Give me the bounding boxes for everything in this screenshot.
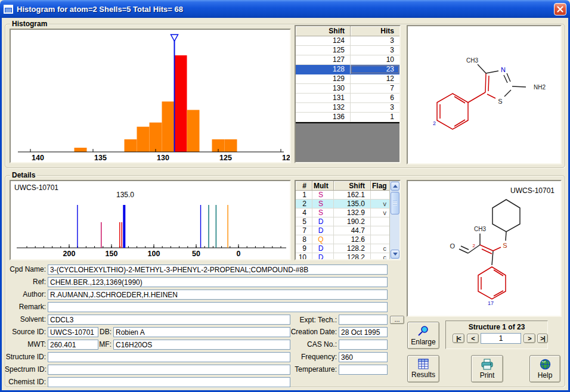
table-row[interactable]: 2S135.0v bbox=[296, 200, 390, 209]
structure-id-field[interactable] bbox=[48, 352, 290, 362]
ref-field[interactable] bbox=[48, 277, 388, 287]
shift-hits-table[interactable]: Shift Hits 12431253127101282312912130713… bbox=[295, 25, 401, 163]
shift-cell[interactable]: 128 bbox=[296, 65, 351, 74]
table-row[interactable]: 10D128.2c bbox=[296, 253, 390, 260]
mult-cell[interactable]: D bbox=[312, 217, 334, 226]
spectrum-id-field[interactable] bbox=[48, 365, 290, 375]
flag-cell[interactable] bbox=[371, 191, 390, 199]
cpd-name-field[interactable] bbox=[48, 265, 388, 275]
num-cell[interactable]: 10 bbox=[296, 253, 312, 260]
mwt-field[interactable] bbox=[48, 340, 98, 350]
mult-cell[interactable]: S bbox=[312, 209, 334, 217]
creation-date-field[interactable] bbox=[339, 327, 388, 337]
table-row[interactable]: 1307 bbox=[296, 84, 399, 94]
shift-cell[interactable]: 131 bbox=[296, 94, 351, 102]
table-row[interactable]: 1253 bbox=[296, 46, 399, 55]
num-cell[interactable]: 9 bbox=[296, 244, 312, 253]
table-row[interactable]: 4S132.9v bbox=[296, 209, 390, 217]
table-row[interactable]: 12912 bbox=[296, 74, 399, 84]
shift-cell[interactable]: 136 bbox=[296, 113, 351, 122]
print-button[interactable]: Print bbox=[471, 355, 503, 382]
source-id-field[interactable] bbox=[48, 327, 98, 337]
scroll-thumb[interactable] bbox=[391, 192, 399, 214]
frequency-field[interactable] bbox=[339, 352, 388, 362]
spectrum-chart[interactable]: 200150100500 bbox=[11, 181, 290, 259]
temperature-field[interactable] bbox=[339, 365, 388, 375]
shift-cell[interactable]: 44.7 bbox=[334, 226, 371, 235]
prev-structure-button[interactable]: < bbox=[467, 334, 479, 343]
scroll-down-button[interactable] bbox=[391, 250, 399, 259]
shift-cell[interactable]: 132.9 bbox=[334, 209, 371, 217]
hits-cell[interactable]: 10 bbox=[351, 55, 399, 64]
expt-tech-field[interactable] bbox=[339, 315, 388, 325]
flag-cell[interactable] bbox=[371, 226, 390, 235]
column-header-num[interactable]: # bbox=[296, 181, 312, 190]
column-header-shift[interactable]: Shift bbox=[334, 181, 371, 190]
shift-cell[interactable]: 162.1 bbox=[334, 191, 371, 199]
table-row[interactable]: 9D128.2c bbox=[296, 244, 390, 253]
browse-button[interactable]: ... bbox=[390, 316, 404, 324]
scroll-up-button[interactable] bbox=[391, 182, 399, 191]
num-cell[interactable]: 5 bbox=[296, 217, 312, 226]
help-button[interactable]: Help bbox=[529, 355, 560, 382]
shift-cell[interactable]: 124 bbox=[296, 36, 351, 45]
next-structure-button[interactable]: > bbox=[523, 334, 535, 343]
mult-cell[interactable]: D bbox=[312, 244, 334, 253]
num-cell[interactable]: 1 bbox=[296, 191, 312, 199]
table-row[interactable]: 8Q12.6 bbox=[296, 235, 390, 244]
table-row[interactable]: 5D190.2 bbox=[296, 217, 390, 226]
table-row[interactable]: 7D44.7 bbox=[296, 226, 390, 235]
structure-number-field[interactable] bbox=[481, 333, 521, 344]
shift-cell[interactable]: 125 bbox=[296, 46, 351, 55]
solvent-field[interactable] bbox=[48, 315, 290, 325]
mf-field[interactable] bbox=[113, 340, 290, 350]
scrollbar[interactable] bbox=[389, 181, 399, 259]
shift-cell[interactable]: 190.2 bbox=[334, 217, 371, 226]
column-header-shift[interactable]: Shift bbox=[296, 26, 351, 36]
shift-cell[interactable]: 128.2 bbox=[334, 253, 371, 260]
num-cell[interactable]: 4 bbox=[296, 209, 312, 217]
table-row[interactable]: 1361 bbox=[296, 113, 399, 122]
results-button[interactable]: Results bbox=[407, 355, 439, 382]
shift-cell[interactable]: 129 bbox=[296, 74, 351, 83]
flag-cell[interactable]: v bbox=[371, 200, 390, 208]
table-row[interactable]: 1S162.1 bbox=[296, 191, 390, 200]
last-structure-button[interactable]: >| bbox=[537, 334, 548, 343]
hits-cell[interactable]: 3 bbox=[351, 46, 399, 55]
table-row[interactable]: 12710 bbox=[296, 55, 399, 65]
table-row[interactable]: 12823 bbox=[296, 65, 399, 74]
shift-cell[interactable]: 135.0 bbox=[334, 200, 371, 208]
hits-cell[interactable]: 3 bbox=[351, 103, 399, 112]
flag-cell[interactable] bbox=[371, 235, 390, 244]
column-header-flag[interactable]: Flag bbox=[371, 181, 390, 190]
hits-cell[interactable]: 23 bbox=[351, 65, 399, 74]
table-row[interactable]: 1316 bbox=[296, 94, 399, 103]
hits-cell[interactable]: 7 bbox=[351, 84, 399, 93]
mult-cell[interactable]: S bbox=[312, 191, 334, 199]
shift-cell[interactable]: 130 bbox=[296, 84, 351, 93]
author-field[interactable] bbox=[48, 290, 388, 300]
histogram-plot-panel[interactable]: 140135130125120 bbox=[10, 29, 291, 163]
shift-cell[interactable]: 128.2 bbox=[334, 244, 371, 253]
hits-cell[interactable]: 6 bbox=[351, 94, 399, 102]
first-structure-button[interactable]: |< bbox=[453, 334, 464, 343]
enlarge-button[interactable]: Enlarge bbox=[407, 322, 439, 349]
mult-cell[interactable]: S bbox=[312, 200, 334, 208]
cas-no-field[interactable] bbox=[339, 340, 388, 350]
title-bar[interactable]: Histogram for atom=2 Shells=5 Total Hits… bbox=[0, 0, 570, 18]
shift-cell[interactable]: 127 bbox=[296, 55, 351, 64]
remark-field[interactable] bbox=[48, 302, 388, 312]
mult-cell[interactable]: D bbox=[312, 253, 334, 260]
db-field[interactable] bbox=[113, 327, 290, 337]
num-cell[interactable]: 8 bbox=[296, 235, 312, 244]
peaks-table[interactable]: # Mult Shift Flag 1S162.12S135.0v4S132.9… bbox=[295, 180, 401, 260]
shift-cell[interactable]: 132 bbox=[296, 103, 351, 112]
table-row[interactable]: 1243 bbox=[296, 36, 399, 46]
flag-cell[interactable] bbox=[371, 217, 390, 226]
close-button[interactable] bbox=[554, 3, 566, 15]
flag-cell[interactable]: c bbox=[371, 253, 390, 260]
mult-cell[interactable]: D bbox=[312, 226, 334, 235]
chemist-id-field[interactable] bbox=[48, 377, 290, 387]
flag-cell[interactable]: v bbox=[371, 209, 390, 217]
histogram-chart[interactable]: 140135130125120 bbox=[11, 30, 290, 162]
